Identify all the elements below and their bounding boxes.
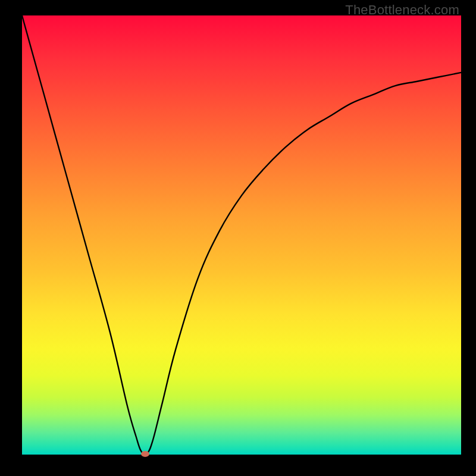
plot-area [22,15,461,455]
watermark-text: TheBottleneck.com [345,2,459,18]
bottleneck-curve [22,15,461,455]
curve-path [22,15,461,455]
minimum-marker [141,451,149,457]
chart-frame: TheBottleneck.com [0,0,476,476]
